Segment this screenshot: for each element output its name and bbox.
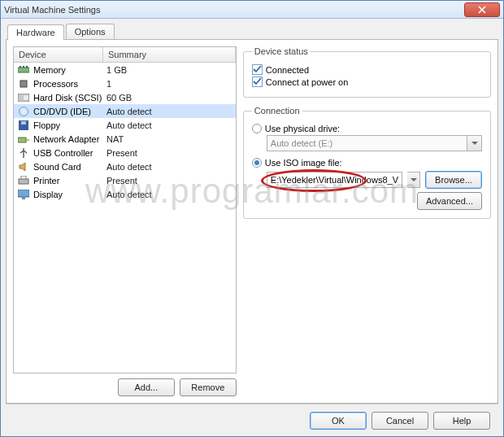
use-physical-radio[interactable] xyxy=(252,124,262,133)
svg-rect-1 xyxy=(20,66,21,68)
connected-checkbox[interactable] xyxy=(252,64,263,75)
svg-rect-4 xyxy=(20,81,27,87)
device-name: Display xyxy=(33,190,106,199)
device-summary: Present xyxy=(106,148,232,158)
device-name: Floppy xyxy=(33,120,106,130)
use-physical-label: Use physical drive: xyxy=(265,124,340,133)
browse-button[interactable]: Browse... xyxy=(425,171,482,189)
hdd-icon xyxy=(17,92,30,103)
connection-group: Connection Use physical drive: Auto dete… xyxy=(243,106,491,219)
use-iso-radio[interactable] xyxy=(252,158,262,168)
usb-icon xyxy=(17,147,30,159)
svg-rect-15 xyxy=(22,197,25,199)
device-summary: Auto detect xyxy=(106,120,232,130)
printer-icon xyxy=(17,175,30,186)
device-row-usb[interactable]: USB ControllerPresent xyxy=(14,146,236,160)
floppy-icon xyxy=(17,120,30,131)
svg-rect-2 xyxy=(23,66,24,68)
device-row-display[interactable]: DisplayAuto detect xyxy=(14,187,236,201)
device-name: Processors xyxy=(33,79,106,89)
memory-icon xyxy=(17,64,30,76)
physical-drive-drop[interactable] xyxy=(467,135,482,151)
remove-button[interactable]: Remove xyxy=(180,378,237,396)
chevron-down-icon xyxy=(471,142,478,146)
device-name: USB Controller xyxy=(33,148,106,158)
iso-path-field[interactable]: E:\Yedekler\Virtual\Windows8_V xyxy=(267,172,402,188)
tab-hardware[interactable]: Hardware xyxy=(7,24,64,40)
vm-settings-window: Virtual Machine Settings Hardware Option… xyxy=(0,0,504,437)
add-button[interactable]: Add... xyxy=(118,378,175,396)
svg-rect-14 xyxy=(18,190,29,197)
cancel-button[interactable]: Cancel xyxy=(371,412,428,430)
help-button[interactable]: Help xyxy=(433,412,490,430)
device-name: Memory xyxy=(33,65,106,75)
cpu-icon xyxy=(17,78,30,90)
connected-label: Connected xyxy=(266,65,309,75)
svg-rect-13 xyxy=(21,176,26,179)
device-row-cd[interactable]: CD/DVD (IDE)Auto detect xyxy=(14,104,236,118)
col-summary[interactable]: Summary xyxy=(103,47,236,62)
connection-legend: Connection xyxy=(252,106,302,116)
net-icon xyxy=(17,133,30,145)
window-title: Virtual Machine Settings xyxy=(4,5,100,15)
connect-power-checkbox[interactable] xyxy=(252,76,263,87)
device-summary: 1 GB xyxy=(106,65,232,75)
use-iso-label: Use ISO image file: xyxy=(265,158,342,168)
device-name: Printer xyxy=(33,176,106,186)
device-summary: Auto detect xyxy=(106,107,232,116)
device-table: Device Summary Memory1 GBProcessors1Hard… xyxy=(13,46,237,374)
device-summary: 60 GB xyxy=(106,93,232,103)
device-name: Hard Disk (SCSI) xyxy=(33,93,106,103)
device-summary: Auto detect xyxy=(106,190,232,199)
connect-power-label: Connect at power on xyxy=(266,77,349,87)
display-icon xyxy=(17,189,30,200)
device-row-sound[interactable]: Sound CardAuto detect xyxy=(14,160,236,173)
svg-rect-3 xyxy=(26,66,28,68)
svg-rect-12 xyxy=(19,179,28,184)
col-device[interactable]: Device xyxy=(14,47,103,62)
iso-path-drop[interactable] xyxy=(407,172,420,188)
device-name: Sound Card xyxy=(33,162,106,172)
device-row-memory[interactable]: Memory1 GB xyxy=(14,63,236,76)
svg-point-8 xyxy=(23,110,25,112)
svg-rect-0 xyxy=(18,68,29,72)
device-row-floppy[interactable]: FloppyAuto detect xyxy=(14,118,236,132)
chevron-down-icon xyxy=(411,178,417,182)
svg-rect-10 xyxy=(21,121,26,125)
device-row-cpu[interactable]: Processors1 xyxy=(14,76,236,90)
device-status-group: Device status Connected Connect at power… xyxy=(243,46,491,98)
close-button[interactable] xyxy=(464,2,500,17)
device-summary: 1 xyxy=(106,79,232,89)
device-row-hdd[interactable]: Hard Disk (SCSI)60 GB xyxy=(14,90,236,104)
device-summary: Present xyxy=(106,176,232,186)
titlebar[interactable]: Virtual Machine Settings xyxy=(1,1,503,19)
device-row-printer[interactable]: PrinterPresent xyxy=(14,173,236,187)
device-name: CD/DVD (IDE) xyxy=(33,107,106,116)
ok-button[interactable]: OK xyxy=(310,412,367,430)
cd-icon xyxy=(17,106,30,117)
device-row-net[interactable]: Network AdapterNAT xyxy=(14,132,236,146)
physical-drive-combo[interactable]: Auto detect (E:) xyxy=(267,135,467,151)
close-icon xyxy=(478,6,486,14)
tab-options[interactable]: Options xyxy=(66,24,115,39)
dialog-footer: OK Cancel Help xyxy=(6,404,498,436)
svg-rect-11 xyxy=(18,138,26,142)
sound-icon xyxy=(17,161,30,173)
svg-point-6 xyxy=(24,95,28,100)
tabs: Hardware Options xyxy=(6,24,498,40)
device-name: Network Adapter xyxy=(33,134,106,144)
advanced-button[interactable]: Advanced... xyxy=(417,192,482,210)
device-summary: Auto detect xyxy=(106,162,232,172)
device-summary: NAT xyxy=(106,134,232,144)
device-status-legend: Device status xyxy=(252,46,311,56)
